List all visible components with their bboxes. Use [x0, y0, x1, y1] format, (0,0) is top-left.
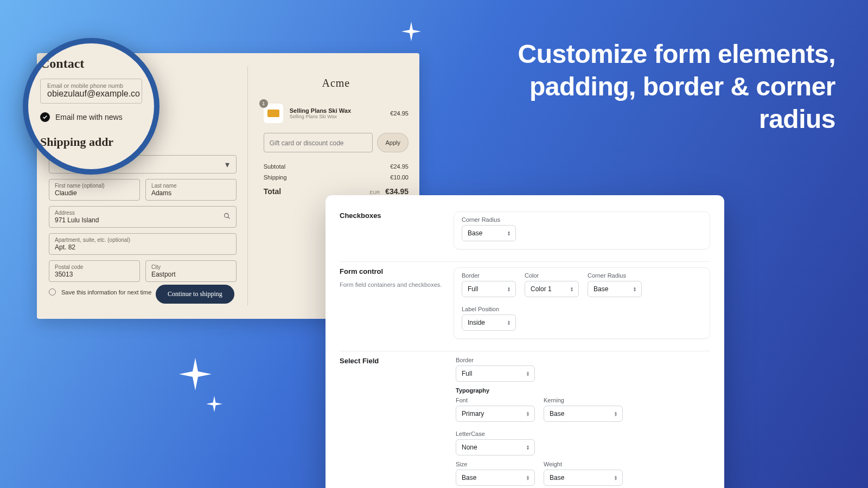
discount-code-input[interactable]: [264, 133, 373, 152]
postal-value: 35013: [55, 271, 134, 278]
svg-point-0: [224, 214, 228, 218]
line-item: 1 Selling Plans Ski Wax Selling Plans Sk…: [264, 104, 409, 123]
continue-to-shipping-button[interactable]: Continue to shipping: [156, 285, 234, 304]
contact-heading: Contact: [40, 56, 142, 71]
select-field-section: Select Field Border Full ▴▾ Typography F…: [340, 351, 710, 486]
city-label: City: [151, 264, 231, 270]
border-select[interactable]: Full ▴▾: [462, 281, 516, 297]
border-label: Border: [462, 272, 516, 279]
color-label: Color: [525, 272, 579, 279]
sparkle-icon: [401, 22, 421, 41]
subtotal-label: Subtotal: [264, 163, 285, 170]
email-field[interactable]: Email or mobile phone numb obiezulauf@ex…: [40, 79, 142, 104]
last-name-field[interactable]: Last name Adams: [145, 179, 237, 201]
font-select[interactable]: Primary ▴▾: [456, 406, 535, 422]
lettercase-value: None: [462, 444, 477, 451]
city-field[interactable]: City Eastport: [145, 260, 237, 282]
city-value: Eastport: [151, 271, 231, 278]
sort-icon: ▴▾: [634, 286, 636, 292]
checkboxes-title: Checkboxes: [340, 211, 454, 220]
apartment-value: Apt. 82: [55, 243, 231, 251]
kerning-value: Base: [550, 410, 564, 418]
newsletter-label: Email me with news: [55, 113, 123, 121]
label-position-select[interactable]: Inside ▴▾: [462, 314, 516, 331]
svg-line-1: [228, 217, 229, 219]
color-select[interactable]: Color 1 ▴▾: [525, 281, 579, 297]
sort-icon: ▴▾: [527, 445, 529, 450]
product-thumbnail: 1: [264, 104, 283, 123]
weight-label: Weight: [544, 461, 623, 467]
discount-code-field[interactable]: [270, 139, 367, 147]
sparkle-icon: [179, 358, 212, 390]
address-field[interactable]: Address 971 Lulu Island: [49, 206, 237, 228]
newsletter-checkbox[interactable]: [40, 112, 50, 122]
sort-icon: ▴▾: [615, 411, 617, 416]
sort-icon: ▴▾: [571, 286, 573, 292]
kerning-select[interactable]: Base ▴▾: [544, 406, 623, 422]
address-label: Address: [55, 210, 231, 216]
font-value: Primary: [462, 410, 484, 418]
save-info-label: Save this information for next time: [61, 289, 151, 296]
weight-value: Base: [550, 474, 564, 481]
form-control-section: Form control Form field containers and c…: [340, 262, 710, 351]
first-name-value: Claudie: [55, 189, 134, 197]
store-name: Acme: [264, 77, 409, 89]
corner-radius-value: Base: [593, 285, 608, 293]
line-item-sub: Selling Plans Ski Wax: [290, 114, 351, 119]
border-select[interactable]: Full ▴▾: [456, 365, 535, 382]
shipping-value: €10.00: [390, 174, 409, 181]
corner-radius-label: Corner Radius: [462, 216, 516, 223]
address-value: 971 Lulu Island: [55, 216, 231, 224]
sort-icon: ▴▾: [527, 371, 529, 376]
font-label: Font: [456, 397, 535, 403]
label-position-value: Inside: [468, 319, 485, 326]
apartment-field[interactable]: Apartment, suite, etc. (optional) Apt. 8…: [49, 233, 237, 255]
first-name-field[interactable]: First name (optional) Claudie: [49, 179, 140, 201]
marketing-headline: Customize form elements, padding, border…: [456, 38, 835, 136]
border-value: Full: [462, 370, 472, 377]
corner-radius-select[interactable]: Base ▴▾: [588, 281, 642, 297]
magnifier-lens: Contact Email or mobile phone numb obiez…: [23, 38, 159, 175]
last-name-label: Last name: [151, 183, 231, 189]
apartment-label: Apartment, suite, etc. (optional): [55, 237, 231, 243]
form-control-desc: Form field containers and checkboxes.: [340, 281, 454, 289]
total-label: Total: [264, 187, 281, 196]
quantity-badge: 1: [259, 99, 268, 108]
weight-select[interactable]: Base ▴▾: [544, 470, 623, 486]
email-value: obiezulauf@example.co: [47, 89, 135, 99]
postal-code-field[interactable]: Postal code 35013: [49, 260, 140, 282]
color-value: Color 1: [531, 285, 552, 293]
line-item-price: €24.95: [390, 110, 409, 117]
chevron-down-icon: ▾: [225, 159, 229, 170]
sort-icon: ▴▾: [527, 411, 529, 416]
border-label: Border: [456, 357, 535, 363]
border-value: Full: [468, 285, 478, 293]
checkboxes-section: Checkboxes Corner Radius Base ▴▾: [340, 206, 710, 262]
sparkle-icon: [206, 396, 222, 412]
sort-icon: ▴▾: [508, 230, 510, 236]
label-position-label: Label Position: [462, 306, 516, 312]
corner-radius-value: Base: [468, 229, 482, 237]
sort-icon: ▴▾: [527, 475, 529, 480]
lettercase-label: LetterCase: [456, 431, 535, 437]
last-name-value: Adams: [151, 189, 231, 197]
shipping-heading: Shipping addr: [40, 135, 142, 149]
size-label: Size: [456, 461, 535, 467]
search-icon: [224, 212, 231, 222]
apply-button[interactable]: Apply: [377, 133, 409, 152]
settings-panel: Checkboxes Corner Radius Base ▴▾ Form co…: [326, 195, 724, 488]
currency-code: EUR: [369, 190, 380, 195]
corner-radius-select[interactable]: Base ▴▾: [462, 225, 516, 241]
first-name-label: First name (optional): [55, 183, 134, 189]
total-value: €34.95: [385, 187, 409, 196]
size-value: Base: [462, 474, 476, 481]
form-control-title: Form control: [340, 267, 454, 275]
shipping-label: Shipping: [264, 174, 287, 181]
line-item-title: Selling Plans Ski Wax: [290, 107, 351, 114]
size-select[interactable]: Base ▴▾: [456, 470, 535, 486]
typography-title: Typography: [456, 387, 710, 394]
email-label: Email or mobile phone numb: [47, 82, 135, 89]
lettercase-select[interactable]: None ▴▾: [456, 439, 535, 455]
save-info-radio[interactable]: [49, 288, 56, 296]
sort-icon: ▴▾: [508, 320, 510, 325]
